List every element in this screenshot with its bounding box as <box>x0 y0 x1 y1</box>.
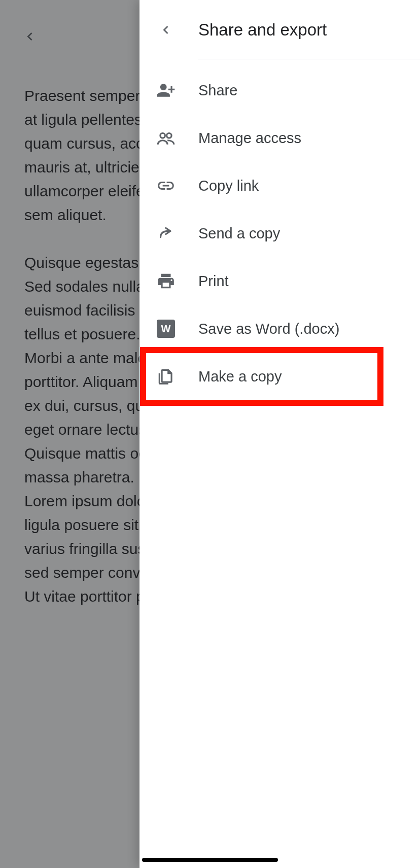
menu-label: Make a copy <box>198 368 282 385</box>
person-add-icon <box>154 78 178 102</box>
panel-title: Share and export <box>198 20 327 40</box>
menu-item-manage-access[interactable]: Manage access <box>139 114 420 162</box>
menu-label: Print <box>198 273 229 290</box>
menu-label: Save as Word (.docx) <box>198 321 339 337</box>
panel-back-button[interactable] <box>154 18 178 42</box>
menu-item-print[interactable]: Print <box>139 257 420 305</box>
svg-point-0 <box>160 133 165 138</box>
svg-point-1 <box>167 133 172 138</box>
menu-label: Send a copy <box>198 225 280 242</box>
menu-list: Share Manage access Copy link <box>139 59 420 400</box>
divider <box>198 59 420 59</box>
menu-label: Copy link <box>198 178 259 194</box>
menu-item-copy-link[interactable]: Copy link <box>139 162 420 210</box>
menu-label: Share <box>198 82 237 99</box>
chevron-left-icon <box>159 23 173 37</box>
menu-item-share[interactable]: Share <box>139 66 420 114</box>
copy-icon <box>154 364 178 389</box>
home-indicator <box>142 858 278 862</box>
menu-item-save-word[interactable]: W Save as Word (.docx) <box>139 305 420 353</box>
share-export-panel: Share and export Share Manage access <box>139 0 420 868</box>
menu-label: Manage access <box>198 130 301 147</box>
people-icon <box>154 126 178 150</box>
menu-item-send-copy[interactable]: Send a copy <box>139 210 420 257</box>
panel-header: Share and export <box>139 0 420 59</box>
link-icon <box>154 173 178 198</box>
menu-item-make-copy[interactable]: Make a copy <box>139 353 420 400</box>
arrow-forward-icon <box>154 221 178 246</box>
word-file-icon: W <box>154 317 178 341</box>
print-icon <box>154 269 178 293</box>
